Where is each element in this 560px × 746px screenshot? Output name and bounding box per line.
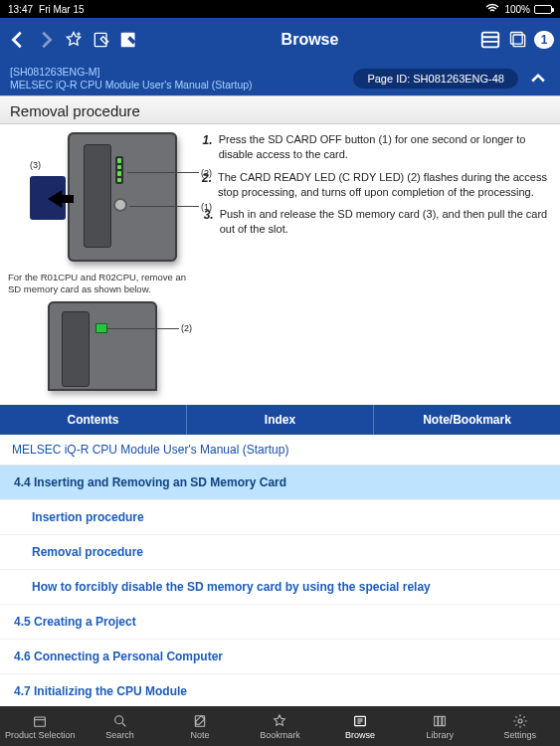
bottom-settings[interactable]: Settings (480, 713, 560, 740)
doc-title: MELSEC iQ-R CPU Module User's Manual (St… (10, 79, 345, 92)
tab-contents[interactable]: Contents (0, 405, 187, 435)
callout-3: (3) (30, 160, 41, 170)
chevron-up-icon[interactable] (526, 67, 550, 91)
figure-device-1: (3) (2) (1) (30, 132, 189, 272)
back-icon[interactable] (6, 28, 30, 52)
doc-info-bar: [SH081263ENG-M] MELSEC iQ-R CPU Module U… (0, 62, 560, 95)
panel-tabs: Contents Index Note/Bookmark (0, 405, 560, 435)
svg-rect-4 (511, 33, 523, 45)
doc-id: [SH081263ENG-M] (10, 66, 345, 79)
step-2: 2.The CARD READY LED (C RDY LED) (2) fla… (202, 170, 552, 200)
note-edit-icon[interactable] (90, 28, 113, 52)
step-1: 1.Press the SD CARD OFF button (1) for o… (202, 132, 552, 162)
status-time: 13:47 (8, 4, 33, 15)
status-date: Fri Mar 15 (39, 4, 85, 15)
callout-2: (2) (201, 168, 212, 178)
svg-point-12 (518, 719, 522, 723)
manual-content: (3) (2) (1) For the R01CPU and R02CPU, r… (0, 124, 560, 405)
star-add-icon[interactable] (62, 28, 86, 52)
svg-rect-10 (439, 716, 442, 725)
battery-percent: 100% (504, 4, 530, 15)
list-icon[interactable] (478, 28, 502, 52)
toc-doc-title[interactable]: MELSEC iQ-R CPU Module User's Manual (St… (0, 435, 560, 466)
svg-rect-9 (435, 716, 438, 725)
toc-item[interactable]: 4.6 Connecting a Personal Computer (0, 640, 560, 674)
tab-index[interactable]: Index (187, 405, 374, 435)
forward-icon[interactable] (34, 28, 58, 52)
step-3: 3.Push in and release the SD memory card… (202, 207, 552, 237)
figure-device-2: (2) (48, 301, 207, 397)
note-edit-fill-icon[interactable] (117, 28, 141, 52)
navbar: Browse 1 (0, 18, 560, 62)
procedure-steps: 1.Press the SD CARD OFF button (1) for o… (202, 132, 552, 397)
page-title: Browse (145, 31, 474, 49)
page-id-pill[interactable]: Page ID: SH081263ENG-48 (353, 69, 518, 89)
windows-icon[interactable] (506, 28, 530, 52)
svg-rect-11 (443, 716, 446, 725)
callout-1: (1) (201, 202, 212, 212)
bottom-toolbar: Product Selection Search Note Bookmark B… (0, 706, 560, 746)
bottom-library[interactable]: Library (400, 713, 479, 740)
bottom-note[interactable]: Note (160, 713, 240, 740)
svg-rect-2 (482, 33, 499, 48)
toc-item[interactable]: 4.7 Initializing the CPU Module (0, 674, 560, 709)
svg-rect-5 (35, 717, 46, 726)
wifi-icon (484, 1, 500, 17)
toc-item[interactable]: Insertion procedure (0, 500, 560, 535)
tab-notebookmark[interactable]: Note/Bookmark (374, 405, 560, 435)
section-header: Removal procedure (0, 95, 560, 124)
bottom-browse[interactable]: Browse (320, 713, 400, 740)
figure-note: For the R01CPU and R02CPU, remove an SD … (8, 272, 197, 295)
toc-item[interactable]: 4.5 Creating a Project (0, 605, 560, 640)
svg-point-6 (114, 715, 122, 723)
toc-item[interactable]: 4.4 Inserting and Removing an SD Memory … (0, 466, 560, 500)
toc-list: 4.4 Inserting and Removing an SD Memory … (0, 466, 560, 709)
tab-count-badge[interactable]: 1 (534, 31, 554, 49)
svg-rect-3 (513, 35, 525, 47)
battery-icon (534, 5, 552, 14)
bottom-product-selection[interactable]: Product Selection (0, 713, 80, 740)
ios-status-bar: 13:47 Fri Mar 15 100% (0, 0, 560, 18)
bottom-search[interactable]: Search (80, 713, 159, 740)
toc-item[interactable]: Removal procedure (0, 535, 560, 570)
callout-2b: (2) (181, 323, 192, 333)
toc-item[interactable]: How to forcibly disable the SD memory ca… (0, 570, 560, 605)
bottom-bookmark[interactable]: Bookmark (240, 713, 319, 740)
